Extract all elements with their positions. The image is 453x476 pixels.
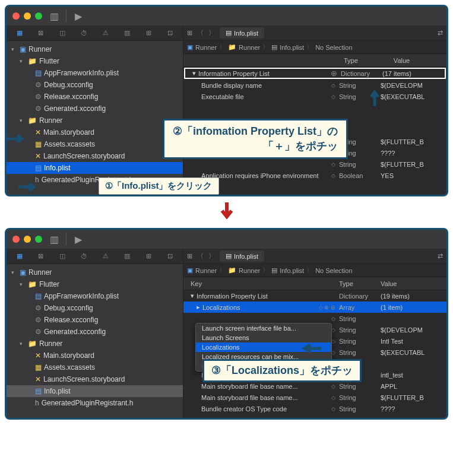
folder-tab-icon[interactable]: ▦ — [9, 29, 30, 37]
plist-root-row[interactable]: ▾Information Property List⊕ Dictionary (… — [184, 68, 446, 79]
plist-header: Type Value — [183, 54, 446, 67]
tree-item[interactable]: hGeneratedPluginRegistrant.h — [7, 397, 183, 409]
plist-row[interactable]: Executable file◇String$(EXECUTABL — [183, 91, 446, 102]
callout-3: ③「Localizations」をポチッ — [202, 359, 362, 382]
tree-item[interactable]: ▤AppFrameworkInfo.plist — [7, 67, 183, 79]
dropdown-item[interactable]: Launch Screens — [196, 333, 331, 342]
plist-row[interactable] — [183, 102, 446, 113]
tree-item-infoplist[interactable]: ▤Info.plist — [7, 385, 183, 397]
pointer-arrow-icon — [5, 133, 29, 145]
plist-header: Key Type Value — [183, 277, 446, 290]
plist-root-row[interactable]: ▾Information Property List Dictionary (1… — [183, 290, 446, 302]
plist-row-localizations[interactable]: ▸Localizations◇ ⊕ ⊖ Array (1 item) — [183, 302, 446, 313]
tree-item[interactable]: ✕Main.storyboard — [7, 126, 183, 138]
close-window[interactable] — [12, 236, 20, 243]
maximize-window[interactable] — [35, 236, 42, 243]
add-button[interactable]: ⊕ — [331, 69, 337, 78]
editor-pane: ▣ Runner 📱 〉 iPhone 15 P Runner: Ready ☁… — [183, 26, 446, 195]
run-button[interactable]: ▶ — [72, 10, 84, 22]
editor-options-icon[interactable]: ⇄ — [438, 29, 443, 37]
tree-item[interactable]: ⚙Release.xcconfig — [7, 91, 183, 103]
tree-root[interactable]: ▾▣Runner — [7, 266, 183, 278]
sidebar-toggle-icon[interactable]: ▥ — [48, 10, 60, 22]
tree-folder-runner[interactable]: ▾📁Runner — [7, 338, 183, 350]
minimize-window[interactable] — [24, 12, 31, 20]
tree-item[interactable]: ⚙Debug.xcconfig — [7, 302, 183, 314]
tree-item[interactable]: ✕LaunchScreen.storyboard — [7, 150, 183, 162]
breadcrumb[interactable]: ▣Runner〉 📁Runner〉 ▤Info.plist〉 No Select… — [183, 41, 446, 54]
tree-folder-runner[interactable]: ▾📁Runner — [7, 115, 183, 126]
dropdown-item[interactable]: Launch screen interface file ba... — [196, 323, 331, 333]
back-button[interactable]: 〈 — [197, 28, 204, 37]
navigator-tabs[interactable]: ▦⊠◫⏱⚠▥⊞⊡ — [7, 26, 183, 41]
tree-item[interactable]: ⚙Generated.xcconfig — [7, 326, 183, 338]
tree-item[interactable]: ▦Assets.xcassets — [7, 138, 183, 150]
traffic-lights — [12, 236, 42, 243]
plist-row[interactable]: Bundle creator OS Type code◇String???? — [183, 403, 446, 414]
plist-row[interactable]: Bundle display name◇String$(DEVELOPM — [183, 80, 446, 91]
tree-item-infoplist[interactable]: ▤Info.plist — [7, 162, 183, 174]
window-titlebar: ▥ ▶ — [7, 230, 446, 249]
plist-row[interactable]: Application requires iPhone environment◇… — [183, 170, 446, 181]
minimize-window[interactable] — [24, 236, 31, 243]
tree-item[interactable]: ✕Main.storyboard — [7, 350, 183, 361]
tree-folder-flutter[interactable]: ▾📁Flutter — [7, 278, 183, 290]
plist-row[interactable]: Main storyboard file base name...◇String… — [183, 392, 446, 403]
tree-item[interactable]: ▤AppFrameworkInfo.plist — [7, 290, 183, 302]
tree-root[interactable]: ▾▣Runner — [7, 43, 183, 55]
maximize-window[interactable] — [35, 12, 42, 20]
plist-row[interactable]: ◇String$(FLUTTER_B — [183, 158, 446, 170]
tree-item[interactable]: ⚙Debug.xcconfig — [7, 79, 183, 91]
sidebar-toggle-icon[interactable]: ▥ — [48, 233, 60, 245]
tree-item[interactable]: ▦Assets.xcassets — [7, 361, 183, 373]
run-button[interactable]: ▶ — [72, 233, 84, 245]
tree-folder-flutter[interactable]: ▾📁Flutter — [7, 55, 183, 67]
pointer-arrow-icon — [17, 181, 41, 193]
pointer-arrow-icon — [369, 90, 381, 107]
project-navigator: ▦⊠◫⏱⚠▥⊞⊡ ▾▣Runner ▾📁Flutter ▤AppFramewor… — [7, 249, 183, 418]
tree-item[interactable]: ⚙Release.xcconfig — [7, 314, 183, 326]
pointer-arrow-icon — [299, 342, 322, 354]
breadcrumb[interactable]: ▣Runner〉 📁Runner〉 ▤Info.plist〉 No Select… — [183, 264, 446, 277]
callout-2: ②「infomation Property List」の「＋」をポチッ — [163, 119, 348, 159]
traffic-lights — [12, 12, 42, 20]
active-tab[interactable]: ▤ Info.plist — [220, 27, 264, 39]
project-navigator: ▦⊠◫⏱⚠▥⊞⊡ ▾▣Runner ▾📁Flutter ▤AppFramewor… — [7, 26, 183, 195]
navigator-tabs[interactable]: ▦⊠◫⏱⚠▥⊞⊡ — [7, 249, 183, 264]
callout-1: ①「Info.plist」をクリック — [99, 177, 219, 195]
active-tab[interactable]: ▤ Info.plist — [220, 250, 264, 262]
close-window[interactable] — [12, 12, 20, 20]
flow-arrow-down-icon — [0, 201, 453, 223]
editor-pane: ▣ Runner 📱 〉 iPhone 15 P Runner: Ready ☁… — [183, 249, 446, 418]
editor-toolbar-icon[interactable]: ⊞ — [187, 29, 192, 37]
tree-item[interactable]: ⚙Generated.xcconfig — [7, 103, 183, 115]
tree-item[interactable]: ✕LaunchScreen.storyboard — [7, 373, 183, 385]
forward-button[interactable]: 〉 — [208, 28, 215, 37]
window-titlebar: ▥ ▶ — [7, 7, 446, 26]
